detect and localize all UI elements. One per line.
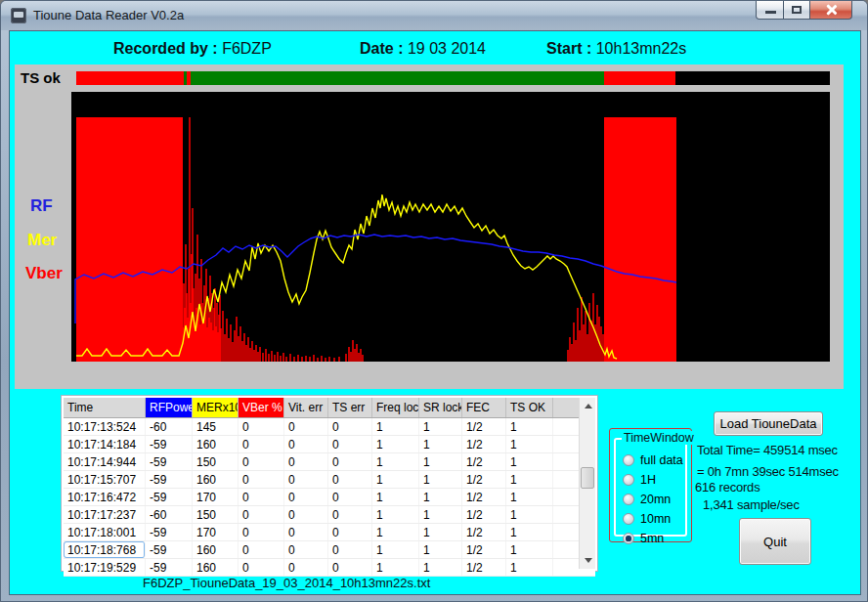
table-cell[interactable]: 0 <box>284 506 328 523</box>
table-cell[interactable]: 160 <box>193 436 239 452</box>
table-cell[interactable]: 1 <box>372 506 419 523</box>
table-cell[interactable]: 160 <box>193 559 239 576</box>
table-cell[interactable]: -59 <box>146 489 193 505</box>
table-cell[interactable]: 1 <box>419 541 462 558</box>
table-cell[interactable]: 10:17:18:001 <box>64 524 146 540</box>
table-row[interactable]: 10:17:14:944-59150000111/21 <box>64 453 595 471</box>
table-cell[interactable]: 0 <box>284 541 328 558</box>
table-cell[interactable]: 0 <box>328 506 372 523</box>
scroll-up-button[interactable] <box>580 398 596 414</box>
table-cell[interactable]: -60 <box>146 418 193 435</box>
table-cell[interactable]: 1 <box>419 436 462 452</box>
table-row[interactable]: 10:17:18:768-59160000111/21 <box>64 541 595 559</box>
table-cell[interactable]: -60 <box>146 506 193 523</box>
load-tiounedata-button[interactable]: Load TiouneData <box>714 411 823 436</box>
table-cell[interactable]: -59 <box>146 541 193 558</box>
table-cell[interactable]: 1/2 <box>462 506 506 523</box>
table-cell[interactable]: 0 <box>284 524 328 540</box>
table-cell[interactable]: 0 <box>239 471 284 488</box>
timewindow-option-10mn[interactable]: 10mn <box>623 509 671 529</box>
minimize-button[interactable] <box>756 1 784 20</box>
table-cell[interactable]: 0 <box>239 436 284 452</box>
radio-icon[interactable] <box>623 533 634 544</box>
table-cell[interactable]: 0 <box>239 524 284 540</box>
table-cell[interactable]: 1 <box>419 471 462 488</box>
timewindow-option-5mn[interactable]: 5mn <box>623 529 664 548</box>
table-cell[interactable]: 0 <box>239 506 284 523</box>
table-cell[interactable]: 1 <box>419 489 462 505</box>
table-cell[interactable]: 10:17:16:472 <box>64 489 146 505</box>
table-cell[interactable]: -59 <box>146 436 193 452</box>
table-cell[interactable]: 0 <box>239 453 284 470</box>
table-cell[interactable]: 1 <box>506 506 553 523</box>
table-cell[interactable]: 10:17:17:237 <box>64 506 146 523</box>
table-cell[interactable]: 1 <box>419 506 462 523</box>
table-cell[interactable]: 1 <box>372 559 419 576</box>
table-cell[interactable]: 1 <box>419 524 462 540</box>
table-cell[interactable]: 1 <box>419 453 462 470</box>
timewindow-option-1h[interactable]: 1H <box>623 470 656 490</box>
table-cell[interactable]: 1 <box>506 489 553 505</box>
table-cell[interactable]: 1 <box>419 559 462 576</box>
radio-icon[interactable] <box>623 494 634 505</box>
close-button[interactable] <box>810 1 852 20</box>
table-cell[interactable]: 1 <box>506 471 553 488</box>
table-row[interactable]: 10:17:18:001-59170000111/21 <box>64 524 595 541</box>
table-cell[interactable]: 1 <box>506 524 553 540</box>
maximize-button[interactable] <box>784 1 810 20</box>
table-cell[interactable]: 1 <box>372 436 419 452</box>
scrollbar-thumb[interactable] <box>581 467 594 489</box>
table-cell[interactable]: 0 <box>284 489 328 505</box>
table-cell[interactable]: 1/2 <box>462 418 506 435</box>
table-cell[interactable]: 150 <box>193 453 239 470</box>
table-cell[interactable]: 0 <box>328 436 372 452</box>
table-row[interactable]: 10:17:17:237-60150000111/21 <box>64 506 595 524</box>
table-cell[interactable]: -59 <box>146 559 193 576</box>
table-cell[interactable]: 1/2 <box>462 489 506 505</box>
radio-icon[interactable] <box>623 454 634 466</box>
table-cell[interactable]: 1 <box>372 471 419 488</box>
table-row[interactable]: 10:17:15:707-59160000111/21 <box>64 471 595 489</box>
table-cell[interactable]: 0 <box>284 418 328 435</box>
table-cell[interactable]: 1 <box>372 489 419 505</box>
table-cell[interactable]: 170 <box>193 524 239 540</box>
table-cell[interactable]: 1 <box>506 453 553 470</box>
table-cell[interactable]: 160 <box>193 471 239 488</box>
table-cell[interactable]: 0 <box>284 453 328 470</box>
table-cell[interactable]: 1/2 <box>462 436 506 452</box>
table-cell[interactable]: 0 <box>284 436 328 452</box>
table-cell[interactable]: 0 <box>328 541 372 558</box>
table-cell[interactable]: 0 <box>239 489 284 505</box>
table-cell[interactable]: 10:17:13:524 <box>64 418 146 435</box>
table-cell[interactable]: 170 <box>193 489 239 505</box>
table-cell[interactable]: 0 <box>284 559 328 576</box>
table-row[interactable]: 10:17:13:524-60145000111/21 <box>64 418 595 436</box>
table-cell[interactable]: 1/2 <box>462 524 506 540</box>
table-cell[interactable]: 10:17:14:944 <box>64 453 146 470</box>
table-cell[interactable]: 10:17:18:768 <box>64 541 146 558</box>
table-cell[interactable]: 1/2 <box>462 471 506 488</box>
table-cell[interactable]: 1/2 <box>462 559 506 576</box>
table-cell[interactable]: 150 <box>193 506 239 523</box>
table-cell[interactable]: 0 <box>328 559 372 576</box>
radio-icon[interactable] <box>623 513 634 525</box>
table-cell[interactable]: -59 <box>146 453 193 470</box>
table-cell[interactable]: 1 <box>372 541 419 558</box>
title-bar[interactable]: Tioune Data Reader V0.2a <box>1 1 867 30</box>
table-cell[interactable]: 1/2 <box>462 453 506 470</box>
table-cell[interactable]: 1 <box>372 453 419 470</box>
table-row[interactable]: 10:17:14:184-59160000111/21 <box>64 436 595 453</box>
table-cell[interactable]: 0 <box>328 489 372 505</box>
scroll-down-button[interactable] <box>580 552 596 569</box>
table-scrollbar[interactable] <box>579 398 595 569</box>
radio-icon[interactable] <box>623 474 634 486</box>
table-cell[interactable]: 1 <box>506 436 553 452</box>
table-cell[interactable]: 10:17:19:529 <box>64 559 146 576</box>
table-cell[interactable]: -59 <box>146 524 193 540</box>
table-cell[interactable]: 0 <box>284 471 328 488</box>
table-cell[interactable]: 1 <box>372 524 419 540</box>
table-cell[interactable]: 160 <box>193 541 239 558</box>
table-cell[interactable]: 0 <box>239 541 284 558</box>
quit-button[interactable]: Quit <box>739 518 811 565</box>
table-cell[interactable]: 0 <box>239 559 284 576</box>
